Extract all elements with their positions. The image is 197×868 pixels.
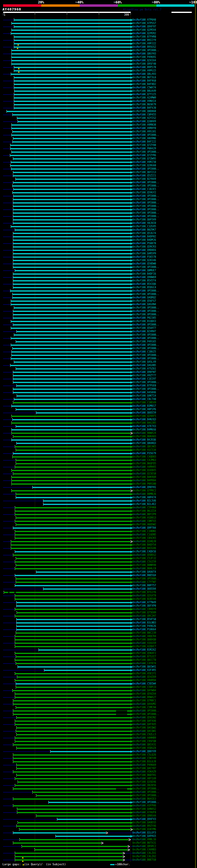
alignment-row[interactable]: UniRef100_B0WA24 (0, 431, 197, 435)
hit-label[interactable]: UniRef100_P50878 (132, 242, 156, 245)
hit-label[interactable]: UniRef100_Q2GXT8 (132, 594, 156, 597)
alignment-row[interactable]: UniRef100_UPI000.. (0, 333, 197, 337)
alignment-row[interactable]: UniRef100_B3R262 (0, 648, 197, 652)
alignment-row[interactable]: UniRef100_Q6BXQ0 (0, 638, 197, 641)
alignment-row[interactable]: UniRef100_P36578 (0, 255, 197, 259)
hit-label[interactable]: UniRef100_Q38HV9 (132, 120, 156, 123)
hit-label[interactable]: UniRef100_C0SCK5 (132, 537, 156, 540)
alignment-row[interactable]: UniRef100_UPI000.. (0, 347, 197, 350)
alignment-row[interactable]: UniRef100_UPI000.. (0, 150, 197, 154)
hit-label[interactable]: UniRef100_UPI000.. (132, 381, 159, 384)
alignment-row[interactable]: UniRef100_A5E1Y1 (0, 672, 197, 675)
hit-label[interactable]: UniRef100_C1HDN1 (132, 530, 156, 533)
hit-label[interactable]: UniRef100_C7YTW7 (132, 581, 156, 584)
hit-label[interactable]: UniRef100_Q6BXQ0 (132, 638, 156, 641)
hit-label[interactable]: UniRef100_B8C239 (132, 631, 156, 634)
hit-label[interactable]: UniRef100_Q7Y1I5 (132, 93, 156, 96)
alignment-row[interactable]: UniRef100_UPI000.. (0, 181, 197, 184)
hit-label[interactable]: UniRef100_Q4GXN4 (132, 303, 156, 306)
hit-label[interactable]: UniRef100_B1Q0X3 (132, 320, 156, 323)
alignment-row[interactable]: UniRef100_Q4CY07 (0, 767, 197, 770)
hit-label[interactable]: UniRef100_B4DP82 (132, 235, 156, 238)
alignment-row[interactable]: UniRef100_B4JEQ6 (0, 438, 197, 441)
alignment-row[interactable]: UniRef100_B4K9Q9 (0, 475, 197, 479)
hit-label[interactable]: UniRef100_Q28346 (132, 259, 156, 262)
hit-label[interactable]: UniRef100_B9P578 (132, 66, 156, 69)
hit-label[interactable]: UniRef100_UPI000.. (132, 195, 159, 198)
alignment-row[interactable]: UniRef100_Q7PRC2 (0, 489, 197, 492)
alignment-row[interactable]: UniRef100_Q4U6T4 (0, 570, 197, 574)
hit-label[interactable]: UniRef100_C5DIW4 (132, 682, 156, 685)
alignment-row[interactable]: UniRef100_A2XMW9 (0, 96, 197, 99)
hit-label[interactable]: UniRef100_A5E1Y1 (132, 672, 156, 675)
alignment-row[interactable]: UniRef100_A1D013 (0, 516, 197, 520)
hit-label[interactable]: UniRef100_UPI000.. (132, 713, 159, 716)
hit-label[interactable]: UniRef100_C4LZA2 (132, 855, 156, 858)
alignment-row[interactable]: UniRef100_Q6Y213 (0, 170, 197, 174)
alignment-row[interactable]: UniRef100_A4S8A6 (0, 391, 197, 394)
alignment-row[interactable]: UniRef100_Q4QRQ2 (0, 296, 197, 299)
hit-label[interactable]: UniRef100_A8Y1U9 (132, 777, 156, 780)
alignment-row[interactable]: UniRef100_Q5RCR3 (0, 245, 197, 248)
alignment-row[interactable]: UniRef100_A8P474 (0, 496, 197, 499)
hit-label[interactable]: UniRef100_A9S181 (132, 130, 156, 133)
alignment-row[interactable]: UniRef100_UPI000.. (0, 353, 197, 357)
hit-label[interactable]: UniRef100_UPI000.. (132, 323, 159, 327)
hit-label[interactable]: UniRef100_A2YIS2 (132, 117, 156, 120)
alignment-row[interactable]: UniRef100_UPI000.. (0, 343, 197, 347)
hit-label[interactable]: UniRef100_B0WA24 (132, 432, 156, 435)
hit-label[interactable]: UniRef100_B6HLC8 (132, 567, 156, 570)
alignment-row[interactable]: UniRef100_C4Y874 (0, 662, 197, 665)
alignment-row[interactable]: UniRef100_C4QV16 (0, 550, 197, 553)
hit-label[interactable]: UniRef100_B7PSE0 (132, 384, 156, 388)
alignment-row[interactable]: UniRef100_Q4CQW1 (0, 730, 197, 733)
hit-label[interactable]: UniRef100_B5DGC4 (132, 286, 156, 289)
alignment-row[interactable]: UniRef100_P50878 (0, 242, 197, 245)
hit-label[interactable]: UniRef100_Q4SLX9 (132, 361, 156, 364)
hit-label[interactable]: UniRef100_Q9D8E6 (132, 249, 156, 252)
hit-label[interactable]: UniRef100_A4HHB9 (132, 737, 156, 740)
alignment-row[interactable]: UniRef100_A6QSW2 (0, 523, 197, 526)
alignment-row[interactable]: UniRef100_C3ZG95 (0, 225, 197, 228)
alignment-row[interactable]: UniRef100_Q06YX9 (0, 750, 197, 753)
alignment-row[interactable]: UniRef100_B3M017 (0, 404, 197, 408)
hit-label[interactable]: UniRef100_UPI000.. (132, 354, 159, 357)
alignment-row[interactable]: UniRef100_B4DFI6 (0, 272, 197, 276)
alignment-row[interactable]: UniRef100_P49165 (0, 340, 197, 343)
hit-label[interactable]: UniRef100_A3F4R5 (132, 669, 156, 672)
hit-label[interactable]: UniRef100_B4NJQ3 (132, 418, 156, 421)
hit-label[interactable]: UniRef100_UPI000.. (132, 337, 159, 340)
alignment-row[interactable]: UniRef100_A2YIS2 (0, 116, 197, 120)
hit-label[interactable]: UniRef100_B4K9Q9 (132, 476, 156, 479)
hit-label[interactable]: UniRef100_Q9P784 (132, 527, 156, 530)
hit-label[interactable]: UniRef100_UPI000.. (132, 215, 159, 218)
hit-label[interactable]: UniRef100_B8LK49 (132, 90, 156, 93)
hit-label[interactable]: UniRef100_Q8GYH3 (132, 52, 156, 55)
hit-label[interactable]: UniRef100_B7S3I7 (132, 655, 156, 658)
hit-label[interactable]: UniRef100_B4DMJ6 (132, 239, 156, 242)
alignment-row[interactable]: UniRef100_B6AIE3 (0, 797, 197, 801)
alignment-row[interactable]: UniRef100_UPI000.. (0, 211, 197, 215)
hit-label[interactable]: UniRef100_P09180 (132, 483, 156, 486)
alignment-row[interactable]: UniRef100_A9UR94 (0, 679, 197, 682)
hit-label[interactable]: UniRef100_A2QUC7 (132, 645, 156, 648)
alignment-row[interactable]: UniRef100_C5DPJ3 (0, 685, 197, 689)
hit-label[interactable]: UniRef100_UPI000.. (132, 388, 159, 391)
hit-label[interactable]: UniRef100_Q4UES5 (132, 821, 156, 824)
alignment-row[interactable]: UniRef100_B6QFD5 (0, 462, 197, 465)
hit-label[interactable]: UniRef100_UPI000.. (132, 787, 159, 790)
hit-label[interactable]: UniRef100_Q4FXU5 (132, 723, 156, 726)
alignment-row[interactable]: UniRef100_Q0U8Q3 (0, 441, 197, 445)
alignment-row[interactable]: UniRef100_B9IIY9 (0, 38, 197, 42)
alignment-row[interactable]: UniRef100_UPI000.. (0, 167, 197, 170)
alignment-row[interactable]: UniRef100_Q3SEA6 (0, 780, 197, 784)
alignment-row[interactable]: UniRef100_Q1EBX5 (0, 469, 197, 472)
alignment-row[interactable]: UniRef100_Q56FG7 (0, 299, 197, 303)
alignment-row[interactable]: UniRef100_B2YHX9 (0, 177, 197, 181)
alignment-row[interactable]: UniRef100_Q75E89 (0, 611, 197, 614)
hit-label[interactable]: UniRef100_A9RI50 (132, 161, 156, 164)
alignment-row[interactable]: UniRef100_Q29AF5 (0, 414, 197, 418)
alignment-row[interactable]: UniRef100_C5LQ26 (0, 753, 197, 756)
alignment-row[interactable]: UniRef100_C1GEN5 (0, 533, 197, 536)
alignment-row[interactable]: UniRef100_B4NJQ3 (0, 418, 197, 421)
